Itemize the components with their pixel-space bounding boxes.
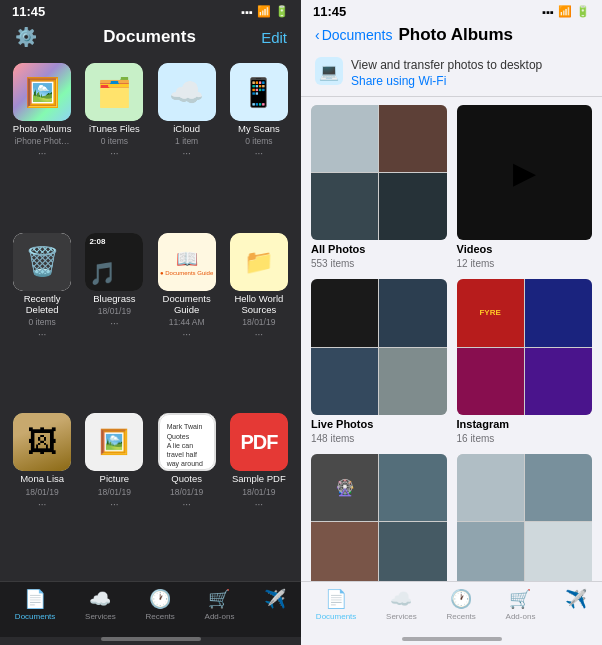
right-tab-bar: 📄 Documents ☁️ Services 🕐 Recents 🛒 Add-… xyxy=(301,581,602,637)
thumb-cell xyxy=(379,454,446,521)
samplepdf-dots[interactable]: ··· xyxy=(255,499,263,510)
icloud-dots[interactable]: ··· xyxy=(182,148,190,159)
live-photos-thumb xyxy=(311,279,447,415)
picture-dots[interactable]: ··· xyxy=(110,499,118,510)
all-photos-name: All Photos xyxy=(311,243,447,255)
right-tab-transfer[interactable]: ✈️ xyxy=(565,588,587,629)
thumb-cell: FYRE xyxy=(457,279,524,346)
bluegrass-time: 2:08 xyxy=(89,237,105,246)
list-item[interactable]: All Photos 553 items xyxy=(311,105,447,270)
video-play-icon: ▶ xyxy=(513,155,536,190)
list-item[interactable]: Snapseed 27 items xyxy=(457,454,593,581)
thumb-cell xyxy=(311,348,378,415)
thumb-cell xyxy=(379,173,446,240)
instagram-thumb: FYRE xyxy=(457,279,593,415)
monalisa-meta: 18/01/19 xyxy=(26,487,59,497)
right-page-title: Photo Albums xyxy=(398,25,513,45)
services-tab-label: Services xyxy=(85,612,116,621)
recents-tab-label: Recents xyxy=(145,612,174,621)
wifi-share-link[interactable]: Share using Wi-Fi xyxy=(351,74,542,88)
albums-scroll[interactable]: All Photos 553 items ▶ Videos 12 items xyxy=(301,97,602,581)
bluegrass-icon: 2:08 🎵 xyxy=(85,233,143,291)
deleted-name: Recently Deleted xyxy=(10,293,74,316)
quotes-icon: Mark Twain Quotes A lie can travel half … xyxy=(158,413,216,471)
monalisa-dots[interactable]: ··· xyxy=(38,499,46,510)
list-item[interactable]: 🎡 Lightroom 2 items xyxy=(311,454,447,581)
deleted-icon: 🗑️ xyxy=(13,233,71,291)
right-tab-addons[interactable]: 🛒 Add-ons xyxy=(506,588,536,629)
tab-transfer[interactable]: ✈️ xyxy=(264,588,286,629)
left-status-bar: 11:45 ▪▪▪ 📶 🔋 xyxy=(0,0,301,21)
list-item[interactable]: 🖼️ Picture 18/01/19 ··· xyxy=(82,413,146,575)
left-tab-bar: 📄 Documents ☁️ Services 🕐 Recents 🛒 Add-… xyxy=(0,581,301,637)
list-item[interactable]: 📖 ● Documents Guide Documents Guide 11:4… xyxy=(155,233,219,406)
thumb-cell: 🎡 xyxy=(311,454,378,521)
videos-name: Videos xyxy=(457,243,593,255)
list-item[interactable]: ☁️ iCloud 1 item ··· xyxy=(155,63,219,225)
settings-button[interactable]: ⚙️ xyxy=(14,25,38,49)
documents-tab-icon: 📄 xyxy=(24,588,46,610)
live-photos-count: 148 items xyxy=(311,433,447,444)
tab-services[interactable]: ☁️ Services xyxy=(85,588,116,629)
list-item[interactable]: 🖼 Mona Lisa 18/01/19 ··· xyxy=(10,413,74,575)
picture-icon: 🖼️ xyxy=(85,413,143,471)
list-item[interactable]: 📁 Hello World Sources 18/01/19 ··· xyxy=(227,233,291,406)
myscans-name: My Scans xyxy=(238,123,280,134)
right-signal-icon: ▪▪▪ xyxy=(542,6,554,18)
right-addons-tab-label: Add-ons xyxy=(506,612,536,621)
deleted-dots[interactable]: ··· xyxy=(38,329,46,340)
thumb-cell xyxy=(379,279,446,346)
folder-icon: 📁 xyxy=(244,248,274,276)
icloud-meta: 1 item xyxy=(175,136,198,146)
back-button[interactable]: ‹ Documents xyxy=(315,27,392,43)
transfer-tab-icon: ✈️ xyxy=(264,588,286,610)
list-item[interactable]: Mark Twain Quotes A lie can travel half … xyxy=(155,413,219,575)
right-documents-tab-label: Documents xyxy=(316,612,356,621)
image-icon: 🖼️ xyxy=(99,428,129,456)
list-item[interactable]: ▶ Videos 12 items xyxy=(457,105,593,270)
right-tab-recents[interactable]: 🕐 Recents xyxy=(446,588,475,629)
list-item[interactable]: 🖼️ Photo Albums iPhone Phot… ··· xyxy=(10,63,74,225)
icloud-icon: ☁️ xyxy=(158,63,216,121)
wifi-banner: 💻 View and transfer photos to desktop Sh… xyxy=(301,51,602,97)
photo-albums-dots[interactable]: ··· xyxy=(38,148,46,159)
edit-button[interactable]: Edit xyxy=(261,29,287,46)
recents-tab-icon: 🕐 xyxy=(149,588,171,610)
back-chevron-icon: ‹ xyxy=(315,27,320,43)
thumb-cell xyxy=(311,105,378,172)
list-item[interactable]: Live Photos 148 items xyxy=(311,279,447,444)
left-status-icons: ▪▪▪ 📶 🔋 xyxy=(241,5,289,18)
list-item[interactable]: 🗂️ iTunes Files 0 items ··· xyxy=(82,63,146,225)
list-item[interactable]: FYRE Instagram 16 items xyxy=(457,279,593,444)
myscans-dots[interactable]: ··· xyxy=(255,148,263,159)
tab-addons[interactable]: 🛒 Add-ons xyxy=(205,588,235,629)
painting-icon: 🖼 xyxy=(27,425,57,459)
right-documents-tab-icon: 📄 xyxy=(325,588,347,610)
tab-recents[interactable]: 🕐 Recents xyxy=(145,588,174,629)
right-tab-services[interactable]: ☁️ Services xyxy=(386,588,417,629)
list-item[interactable]: 📱 My Scans 0 items ··· xyxy=(227,63,291,225)
tab-documents[interactable]: 📄 Documents xyxy=(15,588,55,629)
right-time: 11:45 xyxy=(313,4,346,19)
docguide-icon: 📖 ● Documents Guide xyxy=(158,233,216,291)
docguide-name: Documents Guide xyxy=(155,293,219,316)
left-header: ⚙️ Documents Edit xyxy=(0,21,301,57)
thumb-cell xyxy=(457,522,524,581)
pdf-label: PDF xyxy=(240,431,277,454)
list-item[interactable]: 2:08 🎵 Bluegrass 18/01/19 ··· xyxy=(82,233,146,406)
bluegrass-dots[interactable]: ··· xyxy=(110,318,118,329)
music-note-icon: 🎵 xyxy=(85,257,120,291)
itunes-icon: 🗂️ xyxy=(85,63,143,121)
helloworld-dots[interactable]: ··· xyxy=(255,329,263,340)
quotes-name: Quotes xyxy=(171,473,202,484)
docguide-dots[interactable]: ··· xyxy=(182,329,190,340)
wifi-icon: 📶 xyxy=(257,5,271,18)
itunes-dots[interactable]: ··· xyxy=(110,148,118,159)
right-battery-icon: 🔋 xyxy=(576,5,590,18)
samplepdf-meta: 18/01/19 xyxy=(242,487,275,497)
list-item[interactable]: PDF Sample PDF 18/01/19 ··· xyxy=(227,413,291,575)
right-tab-documents[interactable]: 📄 Documents xyxy=(316,588,356,629)
thumb-cell xyxy=(457,454,524,521)
quotes-dots[interactable]: ··· xyxy=(182,499,190,510)
list-item[interactable]: 🗑️ Recently Deleted 0 items ··· xyxy=(10,233,74,406)
